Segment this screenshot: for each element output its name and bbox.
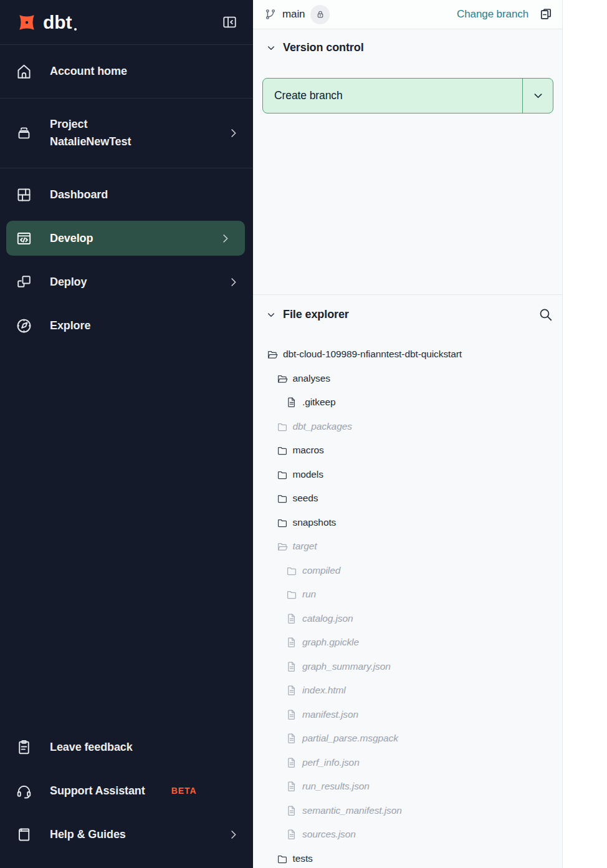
- home-icon: [15, 62, 33, 80]
- version-control-section: Version control Create branch: [253, 29, 562, 295]
- sidebar-item-deploy[interactable]: Deploy: [0, 264, 253, 299]
- tree-item-label: snapshots: [293, 517, 337, 528]
- sidebar-item-develop[interactable]: Develop: [6, 221, 245, 256]
- sidebar-item-project[interactable]: Project NatalieNewTest: [0, 99, 253, 168]
- file-icon: [285, 708, 298, 721]
- tree-item-label: .gitkeep: [302, 397, 336, 408]
- tree-item[interactable]: manifest.json: [253, 703, 562, 727]
- tree-item-label: run_results.json: [302, 781, 370, 792]
- deploy-icon: [15, 273, 33, 291]
- tree-item-label: dbt-cloud-109989-nfianntest-dbt-quicksta…: [283, 349, 462, 360]
- chevron-right-icon: [227, 127, 239, 139]
- sidebar-item-help-guides[interactable]: Help & Guides: [0, 817, 253, 852]
- tree-item-label: index.html: [302, 685, 346, 696]
- file-icon: [285, 684, 298, 697]
- tree-item[interactable]: sources.json: [253, 822, 562, 847]
- git-branch-icon: [264, 8, 277, 21]
- sidebar-item-label: Dashboard: [50, 188, 108, 201]
- tree-item-label: seeds: [293, 493, 318, 504]
- dbt-logo-text: dbt: [43, 12, 77, 33]
- beta-badge: BETA: [171, 786, 197, 796]
- sidebar-item-dashboard[interactable]: Dashboard: [0, 177, 253, 212]
- file-explorer-section: File explorer: [253, 295, 562, 868]
- tree-item[interactable]: run_results.json: [253, 774, 562, 799]
- book-icon: [15, 826, 33, 844]
- file-icon: [285, 732, 298, 745]
- file-explorer-title: File explorer: [283, 308, 349, 321]
- project-icon: [15, 124, 33, 142]
- folder-icon: [276, 492, 289, 504]
- create-branch-dropdown[interactable]: [522, 79, 553, 113]
- logo-row: dbt: [0, 0, 253, 45]
- current-branch: main: [264, 5, 330, 24]
- develop-icon: [15, 229, 33, 248]
- ide-side-panel: main Change branch: [253, 0, 562, 868]
- tree-item-label: semantic_manifest.json: [302, 805, 402, 816]
- tree-item[interactable]: catalog.json: [253, 607, 562, 631]
- tree-item[interactable]: models: [253, 463, 562, 487]
- tree-item[interactable]: perf_info.json: [253, 751, 562, 775]
- tree-item-label: sources.json: [302, 829, 356, 840]
- sidebar-item-label: Deploy: [50, 276, 87, 289]
- tree-item[interactable]: seeds: [253, 486, 562, 511]
- sidebar-item-support-assistant[interactable]: Support Assistant BETA: [0, 773, 253, 808]
- tree-item-label: tests: [293, 853, 313, 864]
- dashboard-icon: [15, 186, 33, 204]
- tree-item[interactable]: semantic_manifest.json: [253, 799, 562, 823]
- branch-locked-indicator: [310, 5, 330, 24]
- sidebar-main-nav: Dashboard Develop: [0, 168, 253, 352]
- folder-icon: [276, 444, 289, 456]
- search-icon[interactable]: [538, 307, 553, 322]
- lock-icon: [315, 9, 325, 19]
- tree-item[interactable]: tests: [253, 847, 562, 868]
- chevron-right-icon: [219, 233, 231, 244]
- sidebar-item-leave-feedback[interactable]: Leave feedback: [0, 730, 253, 764]
- editor-area: [562, 0, 607, 868]
- file-tree: dbt-cloud-109989-nfianntest-dbt-quicksta…: [253, 342, 562, 868]
- folder-open-icon: [276, 540, 289, 552]
- chevron-down-icon[interactable]: [266, 43, 276, 53]
- file-icon: [285, 780, 298, 793]
- folder-icon: [276, 420, 289, 433]
- tree-item-label: partial_parse.msgpack: [302, 733, 398, 744]
- collapse-sidebar-icon[interactable]: [221, 14, 238, 31]
- tree-item[interactable]: graph.gpickle: [253, 630, 562, 655]
- sidebar-item-label: Explore: [50, 319, 90, 332]
- tree-item[interactable]: run: [253, 582, 562, 607]
- sidebar-item-label: Support Assistant: [50, 784, 145, 798]
- tree-item-label: graph_summary.json: [302, 661, 391, 672]
- folder-icon: [285, 564, 298, 577]
- file-icon: [285, 660, 298, 673]
- explore-compass-icon: [15, 317, 33, 335]
- copy-icon[interactable]: [538, 7, 553, 22]
- sidebar-item-label: Help & Guides: [50, 828, 126, 841]
- folder-open-icon: [276, 372, 289, 385]
- dbt-logo: dbt: [16, 12, 77, 33]
- tree-item[interactable]: graph_summary.json: [253, 655, 562, 679]
- tree-item[interactable]: snapshots: [253, 511, 562, 535]
- clipboard-icon: [15, 738, 33, 756]
- sidebar-item-explore[interactable]: Explore: [0, 308, 253, 343]
- sidebar-spacer: [0, 352, 253, 730]
- tree-item-label: analyses: [293, 373, 330, 384]
- tree-item-label: graph.gpickle: [302, 637, 359, 648]
- tree-item[interactable]: .gitkeep: [253, 390, 562, 415]
- change-branch-link[interactable]: Change branch: [457, 8, 528, 21]
- tree-item[interactable]: compiled: [253, 559, 562, 583]
- folder-icon: [285, 588, 298, 600]
- tree-item[interactable]: partial_parse.msgpack: [253, 726, 562, 751]
- tree-item[interactable]: index.html: [253, 678, 562, 703]
- tree-item[interactable]: macros: [253, 438, 562, 463]
- sidebar-item-label: Account home: [50, 65, 127, 78]
- chevron-down-icon[interactable]: [266, 310, 276, 320]
- tree-item[interactable]: dbt_packages: [253, 415, 562, 439]
- folder-icon: [276, 468, 289, 481]
- tree-item[interactable]: dbt-cloud-109989-nfianntest-dbt-quicksta…: [253, 342, 562, 367]
- file-icon: [285, 396, 298, 408]
- tree-item[interactable]: target: [253, 534, 562, 559]
- create-branch-button[interactable]: Create branch: [263, 79, 522, 113]
- sidebar: dbt Account home: [0, 0, 253, 868]
- sidebar-item-account-home[interactable]: Account home: [0, 45, 253, 99]
- tree-item[interactable]: analyses: [253, 367, 562, 391]
- tree-item-label: perf_info.json: [302, 757, 360, 768]
